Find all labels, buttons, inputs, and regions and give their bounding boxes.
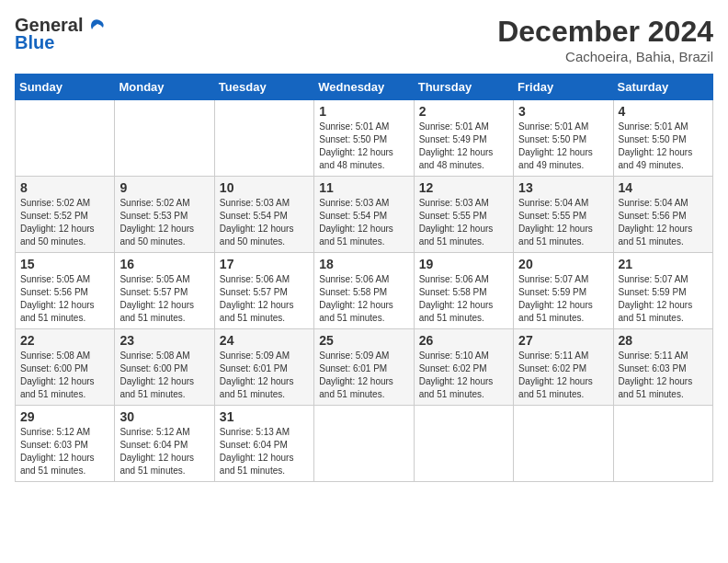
logo-text-blue: Blue (15, 32, 54, 53)
calendar-day-cell: 17 Sunrise: 5:06 AMSunset: 5:57 PMDaylig… (214, 253, 313, 329)
day-info: Sunrise: 5:11 AMSunset: 6:02 PMDaylight:… (518, 350, 593, 399)
calendar-day-cell: 12 Sunrise: 5:03 AMSunset: 5:55 PMDaylig… (414, 177, 513, 253)
calendar-week-row: 29 Sunrise: 5:12 AMSunset: 6:03 PMDaylig… (16, 406, 713, 482)
day-number: 18 (319, 257, 408, 271)
location-subtitle: Cachoeira, Bahia, Brazil (497, 49, 713, 64)
column-header-monday: Monday (115, 75, 214, 100)
empty-cell (115, 100, 214, 177)
day-number: 25 (319, 333, 408, 348)
day-number: 15 (20, 257, 109, 271)
calendar-header-row: SundayMondayTuesdayWednesdayThursdayFrid… (16, 75, 713, 100)
calendar-day-cell: 27 Sunrise: 5:11 AMSunset: 6:02 PMDaylig… (514, 329, 613, 406)
day-info: Sunrise: 5:04 AMSunset: 5:55 PMDaylight:… (518, 198, 593, 247)
day-number: 14 (619, 180, 708, 195)
calendar-day-cell: 23 Sunrise: 5:08 AMSunset: 6:00 PMDaylig… (115, 329, 214, 406)
day-info: Sunrise: 5:10 AMSunset: 6:02 PMDaylight:… (419, 350, 494, 399)
day-info: Sunrise: 5:01 AMSunset: 5:50 PMDaylight:… (619, 121, 693, 170)
calendar-day-cell: 30 Sunrise: 5:12 AMSunset: 6:04 PMDaylig… (115, 406, 214, 482)
calendar-day-cell: 19 Sunrise: 5:06 AMSunset: 5:58 PMDaylig… (414, 253, 513, 329)
day-info: Sunrise: 5:03 AMSunset: 5:54 PMDaylight:… (220, 198, 294, 247)
calendar-day-cell: 31 Sunrise: 5:13 AMSunset: 6:04 PMDaylig… (214, 406, 313, 482)
calendar-day-cell: 26 Sunrise: 5:10 AMSunset: 6:02 PMDaylig… (414, 329, 513, 406)
day-number: 16 (119, 257, 209, 271)
empty-cell (16, 100, 115, 177)
calendar-day-cell: 24 Sunrise: 5:09 AMSunset: 6:01 PMDaylig… (214, 329, 313, 406)
day-number: 19 (419, 257, 508, 271)
day-number: 23 (119, 333, 209, 348)
day-info: Sunrise: 5:08 AMSunset: 6:00 PMDaylight:… (20, 350, 95, 399)
day-info: Sunrise: 5:13 AMSunset: 6:04 PMDaylight:… (220, 427, 294, 476)
day-number: 27 (518, 333, 608, 348)
day-info: Sunrise: 5:04 AMSunset: 5:56 PMDaylight:… (619, 198, 693, 247)
day-info: Sunrise: 5:06 AMSunset: 5:58 PMDaylight:… (319, 274, 393, 323)
calendar-table: SundayMondayTuesdayWednesdayThursdayFrid… (15, 74, 713, 482)
day-number: 20 (518, 257, 608, 271)
calendar-day-cell: 21 Sunrise: 5:07 AMSunset: 5:59 PMDaylig… (613, 253, 712, 329)
calendar-day-cell: 2 Sunrise: 5:01 AMSunset: 5:49 PMDayligh… (414, 100, 513, 177)
day-number: 21 (619, 257, 708, 271)
calendar-day-cell: 8 Sunrise: 5:02 AMSunset: 5:52 PMDayligh… (16, 177, 115, 253)
empty-cell (214, 100, 313, 177)
column-header-sunday: Sunday (16, 75, 115, 100)
day-number: 10 (220, 180, 309, 195)
calendar-day-cell: 14 Sunrise: 5:04 AMSunset: 5:56 PMDaylig… (613, 177, 712, 253)
day-info: Sunrise: 5:06 AMSunset: 5:58 PMDaylight:… (419, 274, 494, 323)
day-number: 1 (319, 104, 408, 119)
day-number: 2 (419, 104, 508, 119)
calendar-day-cell: 1 Sunrise: 5:01 AMSunset: 5:50 PMDayligh… (314, 100, 414, 177)
calendar-week-row: 8 Sunrise: 5:02 AMSunset: 5:52 PMDayligh… (16, 177, 713, 253)
calendar-day-cell: 11 Sunrise: 5:03 AMSunset: 5:54 PMDaylig… (314, 177, 414, 253)
day-info: Sunrise: 5:09 AMSunset: 6:01 PMDaylight:… (220, 350, 294, 399)
day-info: Sunrise: 5:07 AMSunset: 5:59 PMDaylight:… (619, 274, 693, 323)
calendar-day-cell: 20 Sunrise: 5:07 AMSunset: 5:59 PMDaylig… (514, 253, 613, 329)
day-info: Sunrise: 5:08 AMSunset: 6:00 PMDaylight:… (119, 350, 194, 399)
column-header-tuesday: Tuesday (214, 75, 313, 100)
page-header: General Blue December 2024 Cachoeira, Ba… (15, 15, 713, 64)
calendar-day-cell: 10 Sunrise: 5:03 AMSunset: 5:54 PMDaylig… (214, 177, 313, 253)
day-info: Sunrise: 5:07 AMSunset: 5:59 PMDaylight:… (518, 274, 593, 323)
day-number: 24 (220, 333, 309, 348)
day-number: 29 (20, 409, 109, 424)
day-number: 17 (220, 257, 309, 271)
calendar-week-row: 15 Sunrise: 5:05 AMSunset: 5:56 PMDaylig… (16, 253, 713, 329)
column-header-saturday: Saturday (613, 75, 712, 100)
day-number: 4 (619, 104, 708, 119)
day-number: 12 (419, 180, 508, 195)
day-info: Sunrise: 5:03 AMSunset: 5:54 PMDaylight:… (319, 198, 393, 247)
day-number: 28 (619, 333, 708, 348)
day-info: Sunrise: 5:03 AMSunset: 5:55 PMDaylight:… (419, 198, 494, 247)
day-info: Sunrise: 5:01 AMSunset: 5:50 PMDaylight:… (319, 121, 393, 170)
day-info: Sunrise: 5:01 AMSunset: 5:50 PMDaylight:… (518, 121, 593, 170)
calendar-day-cell: 3 Sunrise: 5:01 AMSunset: 5:50 PMDayligh… (514, 100, 613, 177)
calendar-day-cell: 15 Sunrise: 5:05 AMSunset: 5:56 PMDaylig… (16, 253, 115, 329)
calendar-day-cell: 16 Sunrise: 5:05 AMSunset: 5:57 PMDaylig… (115, 253, 214, 329)
calendar-day-cell: 22 Sunrise: 5:08 AMSunset: 6:00 PMDaylig… (16, 329, 115, 406)
empty-cell (514, 406, 613, 482)
empty-cell (314, 406, 414, 482)
day-info: Sunrise: 5:06 AMSunset: 5:57 PMDaylight:… (220, 274, 294, 323)
day-number: 13 (518, 180, 608, 195)
day-info: Sunrise: 5:09 AMSunset: 6:01 PMDaylight:… (319, 350, 393, 399)
day-number: 30 (119, 409, 209, 424)
calendar-week-row: 22 Sunrise: 5:08 AMSunset: 6:00 PMDaylig… (16, 329, 713, 406)
day-number: 3 (518, 104, 608, 119)
column-header-thursday: Thursday (414, 75, 513, 100)
day-info: Sunrise: 5:02 AMSunset: 5:52 PMDaylight:… (20, 198, 95, 247)
calendar-day-cell: 18 Sunrise: 5:06 AMSunset: 5:58 PMDaylig… (314, 253, 414, 329)
calendar-day-cell: 28 Sunrise: 5:11 AMSunset: 6:03 PMDaylig… (613, 329, 712, 406)
day-number: 8 (20, 180, 109, 195)
month-title: December 2024 (497, 15, 713, 49)
logo-bird-icon (85, 18, 105, 33)
day-info: Sunrise: 5:02 AMSunset: 5:53 PMDaylight:… (119, 198, 194, 247)
calendar-day-cell: 29 Sunrise: 5:12 AMSunset: 6:03 PMDaylig… (16, 406, 115, 482)
calendar-day-cell: 13 Sunrise: 5:04 AMSunset: 5:55 PMDaylig… (514, 177, 613, 253)
day-number: 22 (20, 333, 109, 348)
day-number: 11 (319, 180, 408, 195)
day-info: Sunrise: 5:05 AMSunset: 5:56 PMDaylight:… (20, 274, 95, 323)
day-info: Sunrise: 5:12 AMSunset: 6:03 PMDaylight:… (20, 427, 95, 476)
day-number: 26 (419, 333, 508, 348)
calendar-week-row: 1 Sunrise: 5:01 AMSunset: 5:50 PMDayligh… (16, 100, 713, 177)
day-number: 9 (119, 180, 209, 195)
logo: General Blue (15, 15, 105, 53)
day-info: Sunrise: 5:05 AMSunset: 5:57 PMDaylight:… (119, 274, 194, 323)
